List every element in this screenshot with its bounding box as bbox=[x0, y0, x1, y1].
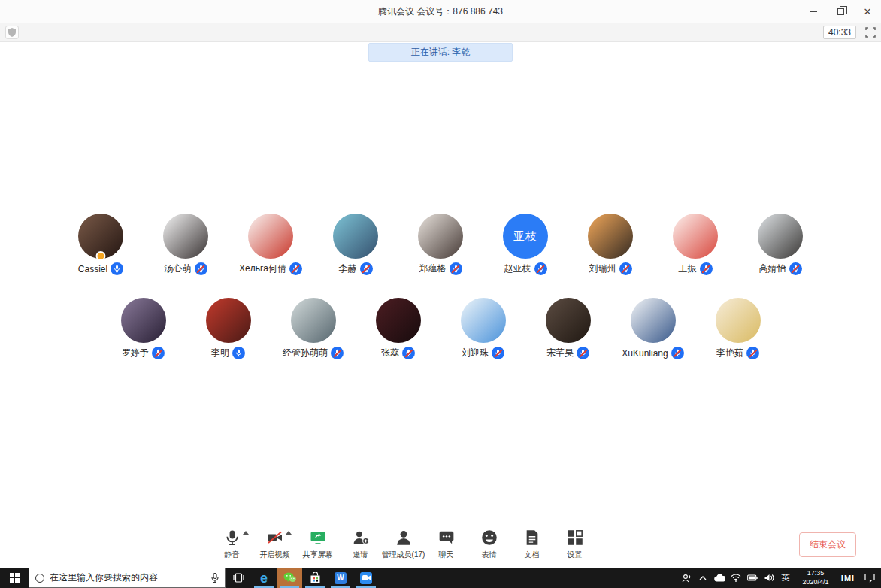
participant-tile[interactable]: 王振 bbox=[653, 214, 738, 275]
ime-indicator[interactable]: 英 bbox=[777, 572, 794, 583]
toolbar-item-mute[interactable]: 静音 bbox=[210, 526, 253, 560]
wps-icon: W bbox=[335, 572, 347, 584]
meeting-main-area: 正在讲话: 李乾 Cassiel 汤心萌 bbox=[0, 42, 881, 568]
mic-status-icon bbox=[450, 262, 462, 275]
start-button[interactable] bbox=[0, 568, 29, 588]
participant-name: 赵亚枝 bbox=[504, 262, 531, 275]
participant-tile[interactable]: 刘迎珠 bbox=[440, 298, 525, 359]
mic-status-icon bbox=[700, 262, 713, 275]
avatar bbox=[461, 298, 506, 343]
participant-tile[interactable]: 罗婷予 bbox=[101, 298, 186, 359]
search-mic-icon[interactable] bbox=[211, 573, 219, 583]
restore-icon bbox=[837, 8, 844, 15]
volume-icon[interactable] bbox=[761, 574, 777, 582]
edge-icon: e bbox=[260, 571, 268, 585]
participant-tile[interactable]: 汤心萌 bbox=[144, 214, 229, 275]
participant-nameline: 赵亚枝 bbox=[504, 262, 547, 275]
participant-tile[interactable]: Xeльгa何倩 bbox=[229, 214, 313, 275]
taskbar-wechat-app[interactable] bbox=[277, 568, 302, 588]
meeting-duration: 40:33 bbox=[823, 26, 856, 39]
participant-tile[interactable]: 李赫 bbox=[313, 214, 398, 275]
window-title: 腾讯会议 会议号：876 886 743 bbox=[0, 0, 881, 23]
speaking-banner: 正在讲话: 李乾 bbox=[368, 43, 513, 62]
taskbar-clock[interactable]: 17:35 2020/4/1 bbox=[794, 569, 837, 586]
tencent-meeting-icon bbox=[360, 572, 372, 584]
mic-status-icon bbox=[746, 347, 759, 359]
minimize-icon bbox=[810, 11, 817, 12]
fullscreen-icon bbox=[865, 27, 876, 38]
expand-arrow-icon[interactable] bbox=[286, 531, 292, 535]
host-badge-icon bbox=[96, 251, 106, 261]
participant-tile[interactable]: 高婧怡 bbox=[738, 214, 823, 275]
taskbar-search-input[interactable]: 在这里输入你要搜索的内容 bbox=[29, 568, 226, 588]
participant-tile[interactable]: 刘瑞州 bbox=[568, 214, 653, 275]
end-meeting-button[interactable]: 结束会议 bbox=[799, 532, 856, 557]
participant-nameline: 王振 bbox=[679, 262, 713, 275]
task-view-button[interactable] bbox=[226, 568, 251, 588]
clock-time: 17:35 bbox=[794, 569, 837, 578]
meeting-toolbar: 静音 开启视频 共享屏幕 邀请 管理成员(17) 聊天 bbox=[210, 526, 596, 560]
toolbar-item-members[interactable]: 管理成员(17) bbox=[382, 526, 425, 560]
expand-arrow-icon[interactable] bbox=[243, 531, 249, 535]
participant-tile[interactable]: 宋芊昊 bbox=[525, 298, 610, 359]
toolbar-item-invite[interactable]: 邀请 bbox=[339, 526, 382, 560]
onedrive-cloud-icon[interactable] bbox=[711, 574, 728, 582]
taskbar-edge-app[interactable]: e bbox=[251, 568, 277, 588]
wifi-icon[interactable] bbox=[728, 574, 744, 582]
taskbar-store-app[interactable] bbox=[302, 568, 328, 588]
participant-tile[interactable]: 张蕊 bbox=[356, 298, 440, 359]
toolbar-item-video[interactable]: 开启视频 bbox=[253, 526, 296, 560]
toolbar-item-label: 聊天 bbox=[439, 550, 454, 560]
windows-taskbar: 在这里输入你要搜索的内容 e bbox=[0, 568, 881, 588]
mic-status-icon bbox=[492, 347, 504, 359]
toolbar-item-label: 管理成员(17) bbox=[382, 550, 425, 560]
fullscreen-button[interactable] bbox=[865, 27, 876, 38]
participant-tile[interactable]: 经管孙萌萌 bbox=[271, 298, 356, 359]
toolbar-item-chat[interactable]: 聊天 bbox=[425, 526, 468, 560]
share-screen-icon bbox=[310, 529, 326, 546]
participant-name: 罗婷予 bbox=[122, 347, 149, 359]
taskbar-wps-app[interactable]: W bbox=[328, 568, 353, 588]
camera-off-icon bbox=[267, 529, 283, 546]
restore-button[interactable] bbox=[827, 0, 854, 23]
settings-grid-icon bbox=[567, 529, 583, 546]
window-controls: ✕ bbox=[800, 0, 881, 23]
status-bar-right: 40:33 bbox=[823, 26, 876, 39]
participant-tile[interactable]: 李艳茹 bbox=[695, 298, 780, 359]
participant-name: 高婧怡 bbox=[759, 262, 786, 275]
show-hidden-icons-chevron[interactable] bbox=[695, 576, 711, 580]
participant-nameline: 李明 bbox=[211, 347, 245, 359]
avatar bbox=[418, 214, 463, 259]
taskbar-meeting-app[interactable] bbox=[353, 568, 379, 588]
toolbar-item-settings[interactable]: 设置 bbox=[553, 526, 596, 560]
participant-nameline: 高婧怡 bbox=[759, 262, 802, 275]
participant-tile[interactable]: XuKunliang bbox=[610, 298, 695, 359]
people-tray-icon[interactable] bbox=[678, 574, 695, 583]
close-button[interactable]: ✕ bbox=[854, 0, 881, 23]
avatar bbox=[163, 214, 208, 259]
meeting-security-button[interactable] bbox=[5, 26, 19, 39]
participant-tile[interactable]: 李明 bbox=[186, 298, 271, 359]
m-tray-icon[interactable]: lMl bbox=[837, 574, 858, 583]
participant-name: 刘瑞州 bbox=[589, 262, 616, 275]
minimize-button[interactable] bbox=[800, 0, 827, 23]
avatar: 亚枝 bbox=[503, 214, 548, 259]
action-center-button[interactable] bbox=[858, 573, 881, 583]
toolbar-item-emoji[interactable]: 表情 bbox=[468, 526, 510, 560]
emoji-icon bbox=[481, 529, 498, 546]
avatar bbox=[716, 298, 761, 343]
participant-tile[interactable]: 郑蕴格 bbox=[398, 214, 483, 275]
participant-name: 汤心萌 bbox=[165, 262, 192, 275]
avatar bbox=[121, 298, 166, 343]
participant-name: XuKunliang bbox=[622, 348, 668, 359]
mic-status-icon bbox=[195, 262, 207, 275]
toolbar-item-label: 共享屏幕 bbox=[303, 550, 333, 560]
toolbar-item-docs[interactable]: 文档 bbox=[510, 526, 553, 560]
battery-icon[interactable] bbox=[744, 574, 761, 581]
participant-name: 李艳茹 bbox=[716, 347, 743, 359]
tencent-meeting-window: 腾讯会议 会议号：876 886 743 ✕ 40:33 正在讲话: 李乾 bbox=[0, 0, 881, 588]
participant-tile[interactable]: 亚枝 赵亚枝 bbox=[483, 214, 568, 275]
toolbar-item-share[interactable]: 共享屏幕 bbox=[296, 526, 339, 560]
participant-tile[interactable]: Cassiel bbox=[59, 214, 144, 275]
mic-status-icon bbox=[671, 347, 684, 359]
